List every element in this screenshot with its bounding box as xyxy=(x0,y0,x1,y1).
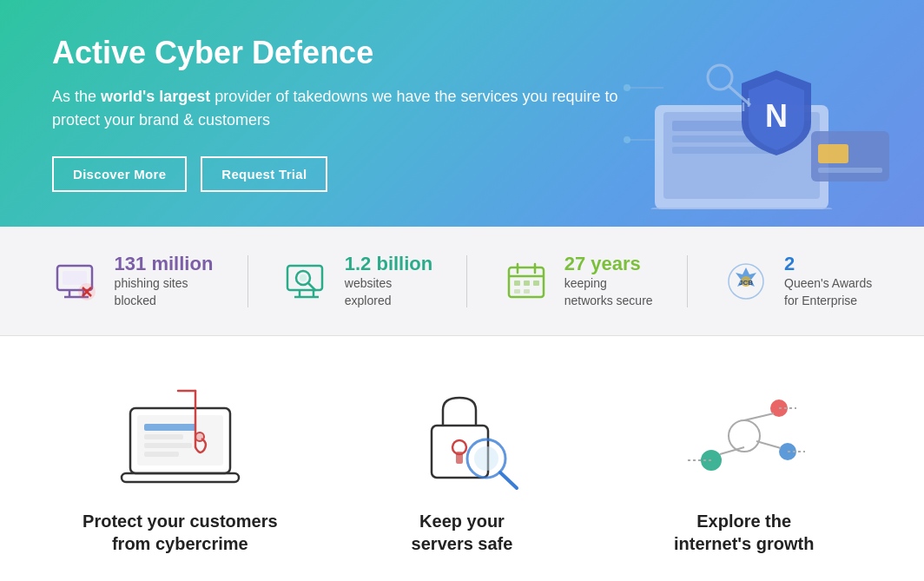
card-network-title: Explore theinternet's growth xyxy=(674,510,814,555)
svg-rect-50 xyxy=(144,443,192,448)
svg-rect-38 xyxy=(524,281,530,286)
hero-illustration: N xyxy=(603,18,898,209)
stat-divider-1 xyxy=(248,255,248,307)
stat-websites: 1.2 billion websitesexplored xyxy=(282,253,432,309)
stat-websites-desc: websitesexplored xyxy=(345,275,432,309)
svg-rect-9 xyxy=(818,168,882,173)
hero-subtitle-bold: world's largest xyxy=(101,88,210,105)
hero-content: Active Cyber Defence As the world's larg… xyxy=(52,35,643,192)
hero-section: Active Cyber Defence As the world's larg… xyxy=(0,0,924,227)
stat-websites-text: 1.2 billion websitesexplored xyxy=(345,253,432,309)
stat-awards: JCB 2 Queen's Awardsfor Enterprise xyxy=(722,253,872,309)
hero-subtitle: As the world's largest provider of taked… xyxy=(52,85,643,132)
phishing-icon xyxy=(52,257,101,306)
svg-line-67 xyxy=(756,441,781,448)
stat-divider-2 xyxy=(466,255,467,307)
svg-rect-37 xyxy=(514,281,520,286)
svg-rect-46 xyxy=(137,415,223,465)
stat-phishing-number: 131 million xyxy=(115,253,214,275)
search-monitor-icon xyxy=(282,257,331,306)
cards-section: Protect your customersfrom cybercrime Ke… xyxy=(0,336,924,581)
svg-point-54 xyxy=(195,432,204,441)
stat-years-text: 27 years keepingnetworks secure xyxy=(564,253,653,309)
svg-rect-49 xyxy=(144,434,183,439)
svg-rect-40 xyxy=(514,289,520,294)
discover-more-button[interactable]: Discover More xyxy=(52,156,187,192)
svg-rect-39 xyxy=(533,281,539,286)
hero-subtitle-prefix: As the xyxy=(52,88,101,105)
svg-rect-5 xyxy=(650,208,833,209)
svg-line-65 xyxy=(744,413,774,420)
svg-text:N: N xyxy=(765,98,788,134)
stat-phishing: 131 million phishing sitesblocked xyxy=(52,253,214,309)
svg-rect-8 xyxy=(818,144,848,163)
hero-buttons: Discover More Request Trial xyxy=(52,156,643,192)
card-network: Explore theinternet's growth xyxy=(616,380,872,555)
award-icon: JCB xyxy=(722,257,770,306)
card-servers: Keep yourservers safe xyxy=(334,380,591,555)
server-safe-icon xyxy=(393,380,531,492)
svg-point-59 xyxy=(474,446,498,471)
svg-point-28 xyxy=(300,274,307,281)
hero-title: Active Cyber Defence xyxy=(52,35,643,71)
svg-point-14 xyxy=(708,65,732,89)
svg-rect-41 xyxy=(524,289,530,294)
stat-years-desc: keepingnetworks secure xyxy=(564,275,653,309)
card-servers-title: Keep yourservers safe xyxy=(412,510,513,555)
stat-awards-number: 2 xyxy=(784,253,872,275)
cybercrime-icon xyxy=(110,380,249,492)
request-trial-button[interactable]: Request Trial xyxy=(201,156,327,192)
svg-text:JCB: JCB xyxy=(739,279,753,287)
svg-line-60 xyxy=(500,472,517,488)
stat-awards-text: 2 Queen's Awardsfor Enterprise xyxy=(784,253,872,309)
svg-point-61 xyxy=(729,420,760,452)
network-icon xyxy=(675,380,814,492)
stat-years: 27 years keepingnetworks secure xyxy=(502,253,653,309)
svg-rect-57 xyxy=(456,452,463,464)
stat-divider-3 xyxy=(687,255,688,307)
stat-websites-number: 1.2 billion xyxy=(345,253,432,275)
card-cybercrime-title: Protect your customersfrom cybercrime xyxy=(82,510,278,555)
stats-bar: 131 million phishing sitesblocked 1.2 bi… xyxy=(0,227,924,336)
card-cybercrime: Protect your customersfrom cybercrime xyxy=(52,380,308,555)
stat-phishing-desc: phishing sitesblocked xyxy=(115,275,214,309)
stat-awards-desc: Queen's Awardsfor Enterprise xyxy=(784,275,872,309)
hero-svg: N xyxy=(603,18,898,209)
stat-phishing-text: 131 million phishing sitesblocked xyxy=(115,253,214,309)
stat-years-number: 27 years xyxy=(564,253,653,275)
svg-rect-47 xyxy=(122,473,239,482)
svg-rect-19 xyxy=(63,271,87,285)
calendar-icon xyxy=(502,257,551,306)
svg-rect-51 xyxy=(144,452,179,457)
svg-rect-48 xyxy=(144,424,196,431)
